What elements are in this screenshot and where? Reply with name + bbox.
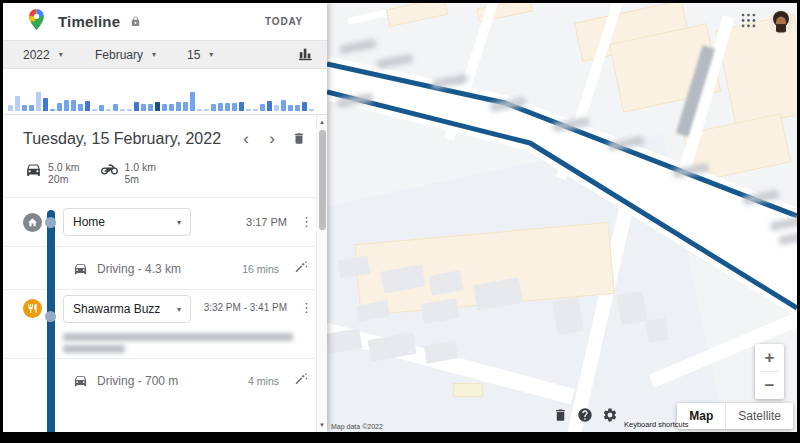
map-road <box>444 3 500 141</box>
map-bottom-toolbar <box>553 407 618 426</box>
histogram-bar[interactable] <box>183 102 188 111</box>
next-day-button[interactable]: › <box>259 129 285 149</box>
google-apps-grid-icon[interactable] <box>741 13 756 31</box>
map-city-block <box>354 222 614 316</box>
histogram-bar[interactable] <box>134 102 139 111</box>
histogram-bar[interactable] <box>92 109 97 111</box>
map-city-block <box>683 113 791 183</box>
histogram-bar[interactable] <box>36 92 41 111</box>
histogram-bar[interactable] <box>127 109 132 111</box>
chevron-down-icon: ▾ <box>177 218 181 227</box>
scrollbar-down-arrow[interactable]: ▼ <box>317 422 327 428</box>
day-select[interactable]: 15 ▾ <box>187 48 243 62</box>
histogram-bar[interactable] <box>204 109 209 111</box>
edit-wand-icon[interactable] <box>294 259 309 277</box>
histogram-bar[interactable] <box>288 105 293 111</box>
place-name-select[interactable]: Shawarma Buzz ▾ <box>63 295 191 323</box>
today-button[interactable]: TODAY <box>265 16 303 27</box>
histogram-bar[interactable] <box>309 109 314 111</box>
account-avatar[interactable] <box>769 10 793 34</box>
histogram-bar[interactable] <box>225 103 230 111</box>
route-overlay <box>327 3 797 432</box>
histogram-bar[interactable] <box>43 98 48 111</box>
histogram-bar[interactable] <box>71 100 76 111</box>
delete-history-button[interactable] <box>553 407 568 426</box>
activity-histogram[interactable] <box>3 69 327 115</box>
chevron-down-icon: ▾ <box>209 50 213 59</box>
zoom-out-button[interactable]: − <box>755 372 784 399</box>
edit-wand-icon[interactable] <box>294 371 309 389</box>
motorcycle-distance: 1.0 km <box>125 161 157 173</box>
blurred-street-label <box>778 230 797 246</box>
histogram-bar[interactable] <box>246 109 251 111</box>
histogram-bar[interactable] <box>295 105 300 111</box>
histogram-bar[interactable] <box>190 92 195 111</box>
app-window: Timeline TODAY 2022 ▾ February ▾ 15 ▾ <box>3 3 797 432</box>
histogram-bar[interactable] <box>169 104 174 111</box>
histogram-bar[interactable] <box>50 109 55 111</box>
keyboard-shortcuts-link[interactable]: Keyboard shortcuts <box>624 420 689 429</box>
map-building <box>356 300 390 321</box>
histogram-bar[interactable] <box>239 102 244 111</box>
histogram-bar[interactable] <box>281 100 286 111</box>
histogram-view-button[interactable] <box>296 44 315 66</box>
histogram-bar[interactable] <box>120 109 125 111</box>
histogram-bar[interactable] <box>260 104 265 111</box>
histogram-bar[interactable] <box>85 101 90 111</box>
restaurant-icon <box>23 299 42 318</box>
zoom-in-button[interactable]: + <box>755 344 784 371</box>
histogram-bar[interactable] <box>113 104 118 111</box>
histogram-bar[interactable] <box>29 105 34 111</box>
histogram-bar[interactable] <box>253 109 258 111</box>
map-building <box>429 270 464 295</box>
map-building <box>327 328 362 354</box>
map-label-layer <box>327 3 797 432</box>
histogram-bar[interactable] <box>141 104 146 111</box>
blurred-street-label <box>339 39 376 55</box>
histogram-bar[interactable] <box>197 109 202 111</box>
map-type-control: Map Satellite <box>677 403 793 429</box>
histogram-bar[interactable] <box>302 102 307 111</box>
scrollbar-thumb[interactable] <box>319 130 326 230</box>
lock-icon <box>130 13 141 31</box>
histogram-bar[interactable] <box>162 104 167 111</box>
drive-summary: 5.0 km 20m <box>25 161 80 185</box>
overflow-menu-button[interactable]: ⋮ <box>300 215 313 229</box>
motorcycle-summary: 1.0 km 5m <box>100 161 157 185</box>
histogram-bar[interactable] <box>78 104 83 111</box>
histogram-bar[interactable] <box>274 105 279 111</box>
car-icon <box>73 261 88 276</box>
histogram-bar[interactable] <box>232 103 237 111</box>
date-picker-toolbar: 2022 ▾ February ▾ 15 ▾ <box>3 40 327 69</box>
settings-gear-icon[interactable] <box>602 407 618 426</box>
histogram-bar[interactable] <box>57 103 62 111</box>
overflow-menu-button[interactable]: ⋮ <box>300 301 313 315</box>
histogram-bar[interactable] <box>211 104 216 111</box>
histogram-bar[interactable] <box>64 100 69 111</box>
histogram-bar[interactable] <box>99 105 104 111</box>
map-canvas[interactable]: + − Map Satellite Map data ©2022 Keyboar… <box>327 3 797 432</box>
previous-day-button[interactable]: ‹ <box>233 129 259 149</box>
help-icon[interactable] <box>577 407 593 426</box>
histogram-bar[interactable] <box>218 103 223 111</box>
blurred-street-label <box>431 74 468 90</box>
sidebar-scrollbar[interactable]: ▲ ▼ <box>316 115 327 432</box>
histogram-bar[interactable] <box>22 105 27 111</box>
delete-day-button[interactable] <box>285 129 313 149</box>
place-name-select[interactable]: Home ▾ <box>63 208 191 236</box>
map-city-block <box>453 383 483 397</box>
redacted-address-line <box>63 333 293 341</box>
histogram-bar[interactable] <box>148 104 153 111</box>
histogram-bar[interactable] <box>106 109 111 111</box>
scrollbar-up-arrow[interactable]: ▲ <box>317 119 327 125</box>
month-select[interactable]: February ▾ <box>95 48 173 62</box>
histogram-bar[interactable] <box>176 102 181 111</box>
histogram-bar[interactable] <box>8 105 13 111</box>
blurred-street-label <box>489 97 526 113</box>
histogram-bar[interactable] <box>267 101 272 111</box>
histogram-bar[interactable] <box>15 96 20 111</box>
histogram-bar-selected[interactable] <box>155 102 160 111</box>
satellite-type-button[interactable]: Satellite <box>726 403 793 429</box>
year-select[interactable]: 2022 ▾ <box>23 48 81 62</box>
map-building <box>380 265 425 294</box>
